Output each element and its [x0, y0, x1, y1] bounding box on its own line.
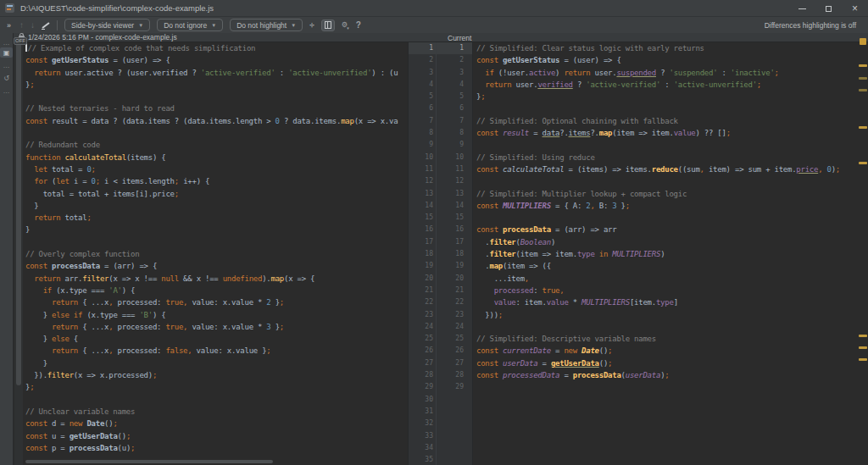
code-token: () [599, 346, 608, 355]
code-token: return [34, 274, 64, 283]
code-token: MULTIPLIERS [581, 298, 630, 307]
code-token: ; [175, 190, 179, 198]
code-token: [item. [630, 298, 656, 307]
code-token: // Nested ternaries - hard to read [25, 104, 175, 113]
gutter-row: 1313 [409, 188, 472, 200]
gutter-row: 33 [409, 67, 472, 79]
code-token: } [25, 335, 52, 343]
code-line: value: item.value * MULTIPLIERS[item.typ… [476, 296, 858, 308]
code-token: return [34, 213, 64, 222]
left-line-number: 1 [409, 42, 433, 54]
warning-stripe-mark[interactable] [859, 162, 867, 164]
code-line: // Simplified: Clear status logic with e… [476, 42, 858, 54]
code-token: Date [581, 346, 599, 355]
code-token: active [529, 69, 555, 77]
code-line: const MULTIPLIERS = { A: 2, B: 3 }; [476, 200, 858, 212]
left-line-number: 9 [409, 139, 433, 151]
scrollbar-thumb[interactable] [16, 42, 21, 385]
warning-stripe-mark[interactable] [859, 64, 867, 67]
horizontal-scrollbar-thumb[interactable] [25, 460, 273, 463]
code-token [25, 274, 34, 283]
code-line: let total = 0; [25, 163, 410, 175]
edit-pencil-button[interactable] [42, 21, 50, 30]
code-token: const [25, 56, 52, 64]
code-token: ((sum [678, 165, 700, 174]
right-editor-pane[interactable]: // Simplified: Clear status logic with e… [472, 42, 858, 465]
code-line: const u = getUserData(); [25, 430, 410, 442]
code-line: .filter(Boolean) [476, 236, 858, 248]
revert-icon[interactable]: ↺ [0, 73, 13, 83]
minimize-button[interactable] [789, 0, 815, 17]
right-line-number: 10 [433, 152, 464, 163]
code-line: } else { [25, 333, 410, 345]
code-token: ...item [476, 274, 525, 283]
code-token: total = total + items[i].price [25, 190, 175, 198]
code-line: // Unclear variable names [25, 406, 410, 418]
left-line-number: 27 [409, 357, 433, 369]
code-token: const [476, 346, 503, 355]
code-line: // Redundant code [25, 139, 410, 151]
code-line: // Simplified: Optional chaining with fa… [476, 115, 858, 127]
code-token: return [52, 323, 78, 331]
code-token: const [25, 262, 52, 270]
warning-stripe-mark[interactable] [859, 89, 867, 91]
code-token: getUserData [70, 432, 118, 440]
settings-button[interactable]: ⚙▾ [342, 20, 349, 30]
ignore-policy-dropdown[interactable]: Do not ignore ▼ [157, 19, 223, 31]
previous-difference-button[interactable]: ↑ [19, 21, 24, 30]
highlight-policy-dropdown[interactable]: Do not highlight ▼ [230, 19, 303, 31]
overflow-chevron-button[interactable]: » [7, 21, 11, 30]
code-token: . [476, 262, 490, 270]
right-line-number: 3 [433, 67, 464, 79]
code-token: for [34, 177, 52, 185]
copy-revision-icon[interactable]: ▣ [0, 47, 13, 58]
sync-scroll-toggle[interactable] [321, 19, 335, 31]
warning-stripe-mark[interactable] [859, 358, 867, 361]
code-line: // Nested ternaries - hard to read [25, 102, 410, 114]
code-token: // Overly complex function [25, 250, 139, 258]
code-token: filter [82, 274, 108, 283]
inspections-status-square[interactable] [860, 38, 866, 45]
code-token: } [25, 359, 47, 368]
more-options-icon[interactable]: … [0, 86, 13, 96]
warning-stripe-mark[interactable] [859, 335, 867, 337]
code-token: (item => ({ [503, 262, 551, 270]
chevron-down-icon: ▾ [347, 25, 349, 30]
code-token: 'active-verified' [201, 69, 275, 77]
warning-stripe-mark[interactable] [859, 77, 867, 80]
more-options-icon[interactable]: … [0, 37, 13, 47]
maximize-button[interactable] [815, 0, 842, 17]
code-token: (x.type === [86, 311, 139, 319]
window-title-bar: D:\AIQUEST\code-simplifier\complex-code-… [0, 0, 868, 17]
warning-stripe-mark[interactable] [859, 346, 867, 349]
code-token: () [599, 359, 608, 368]
code-line: const calculateTotal = (items) => items.… [476, 163, 858, 175]
code-token: ; [836, 165, 840, 174]
code-token: d = [52, 419, 70, 428]
left-line-number: 34 [409, 442, 433, 454]
chevron-down-icon: ▼ [211, 23, 216, 28]
gutter-row: 1818 [409, 248, 472, 260]
more-options-icon[interactable]: … [0, 60, 13, 70]
warning-stripe-mark[interactable] [859, 126, 867, 129]
help-button[interactable]: ? [356, 21, 361, 30]
right-line-number [433, 418, 464, 429]
code-line: return total; [25, 212, 410, 224]
code-token: map [271, 274, 285, 283]
collapse-unchanged-button[interactable]: ÷ [309, 21, 314, 30]
code-token: ; [481, 92, 485, 101]
code-token: // Redundant code [25, 141, 100, 149]
right-line-number: 27 [433, 357, 464, 369]
left-editor-pane[interactable]: // Example of complex code that needs si… [23, 42, 410, 465]
code-token: ; [126, 432, 131, 440]
left-line-number: 21 [409, 285, 433, 296]
next-difference-button[interactable]: ↓ [31, 21, 35, 30]
code-token: ; [30, 383, 34, 391]
viewer-mode-dropdown[interactable]: Side-by-side viewer ▼ [64, 19, 150, 31]
left-editor-scrollbar[interactable] [14, 42, 23, 465]
code-token: false [165, 346, 187, 355]
sync-scroll-icon [325, 21, 331, 29]
right-line-number: 11 [433, 163, 464, 175]
left-line-number: 17 [409, 236, 433, 248]
code-token: arr. [65, 274, 83, 283]
